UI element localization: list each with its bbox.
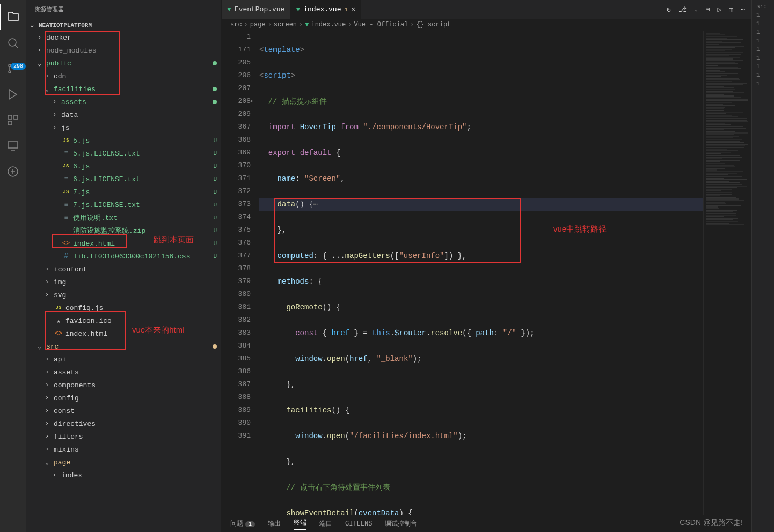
crumb[interactable]: page xyxy=(250,21,266,28)
tree-item[interactable]: ›iconfont xyxy=(26,263,221,276)
database-icon[interactable] xyxy=(0,159,26,184)
tab-bar: ▼ EventPop.vue ▼ index.vue 1 × ↻ ⎇ ↓ ⊟ ▷… xyxy=(222,0,751,19)
tree-item[interactable]: ≡6.js.LICENSE.txtU xyxy=(26,173,221,186)
tree-item[interactable]: ≡使用说明.txtU xyxy=(26,211,221,224)
right-strip-item[interactable]: 1 xyxy=(754,79,772,88)
right-strip-item[interactable]: 1 xyxy=(754,36,772,45)
output-tab[interactable]: 输出 xyxy=(268,519,281,528)
tree-item[interactable]: ›js xyxy=(26,121,221,134)
code-content[interactable]: <<template>template> <script> // 描点提示组件 … xyxy=(259,31,703,515)
gutter: 1171205206207208209›36736836937037137237… xyxy=(222,31,259,515)
problems-tab[interactable]: 问题1 xyxy=(230,519,255,528)
gitlens-tab[interactable]: GITLENS xyxy=(345,520,372,528)
arrow-icon[interactable]: ↓ xyxy=(694,5,698,13)
tree-item[interactable]: ⌄src xyxy=(26,340,221,353)
crumb[interactable]: {} script xyxy=(417,21,451,28)
tree-item[interactable]: JSconfig.js xyxy=(26,301,221,314)
tree-label: api xyxy=(54,356,217,364)
line-number: 384 xyxy=(222,339,251,352)
right-strip-item[interactable]: 1 xyxy=(754,62,772,71)
tree-label: index xyxy=(61,471,217,479)
tree-item[interactable]: ›cdn xyxy=(26,70,221,83)
right-strip-item[interactable]: 1 xyxy=(754,54,772,62)
debug-icon[interactable] xyxy=(0,82,26,107)
tab-index[interactable]: ▼ index.vue 1 × xyxy=(290,0,361,19)
tree-item[interactable]: ›data xyxy=(26,108,221,121)
tree-item[interactable]: ›filters xyxy=(26,430,221,443)
tree-label: filters xyxy=(54,433,217,441)
svg-point-0 xyxy=(9,39,16,46)
chevron-right-icon: › xyxy=(45,368,54,376)
tab-eventpop[interactable]: ▼ EventPop.vue xyxy=(222,0,290,19)
tree-label: 5.js xyxy=(73,137,213,145)
tree-item[interactable]: ⌄public xyxy=(26,57,221,70)
git-status: U xyxy=(213,215,217,221)
git-status-dot xyxy=(213,61,217,65)
tree-item[interactable]: ★favicon.ico xyxy=(26,314,221,327)
right-strip-item[interactable]: src xyxy=(754,2,772,11)
terminal-tab[interactable]: 终端 xyxy=(294,518,306,530)
right-strip-item[interactable]: 1 xyxy=(754,11,772,19)
ports-tab[interactable]: 端口 xyxy=(319,519,332,528)
line-number: 208 xyxy=(222,95,251,108)
tree-item[interactable]: JS5.jsU xyxy=(26,134,221,147)
tree-item[interactable]: <>index.html xyxy=(26,327,221,340)
line-number: 373 xyxy=(222,198,251,211)
tree-item[interactable]: ›const xyxy=(26,404,221,417)
right-strip-item[interactable]: 1 xyxy=(754,45,772,54)
tree-label: const xyxy=(54,407,217,415)
crumb[interactable]: screen xyxy=(274,21,297,28)
tree-item[interactable]: ≡7.js.LICENSE.txtU xyxy=(26,198,221,211)
tree-item[interactable]: ›index xyxy=(26,469,221,482)
right-strip-item[interactable]: 1 xyxy=(754,71,772,79)
tree-item[interactable]: ⌄page xyxy=(26,456,221,469)
explorer-icon[interactable] xyxy=(0,4,26,30)
crumb[interactable]: src xyxy=(230,21,242,28)
line-number: 207 xyxy=(222,82,251,95)
tree-item[interactable]: ›directives xyxy=(26,417,221,430)
tree-item[interactable]: ⌄facilities xyxy=(26,83,221,95)
source-control-icon[interactable]: 298 xyxy=(0,56,26,82)
tree-item[interactable]: ›node_modules xyxy=(26,44,221,57)
project-header[interactable]: ⌄ NEATIOTPLATFORM xyxy=(26,19,221,31)
split-icon[interactable]: ◫ xyxy=(729,5,733,14)
activity-bar: 298 xyxy=(0,0,26,532)
tree-item[interactable]: ›config xyxy=(26,391,221,404)
search-icon[interactable] xyxy=(0,30,26,56)
tree-item[interactable]: ›assets xyxy=(26,95,221,108)
breadcrumb[interactable]: src› page› screen› ▼ index.vue› Vue - Of… xyxy=(222,19,751,31)
tree-label: 7.js.LICENSE.txt xyxy=(73,201,213,209)
tree-item[interactable]: ›assets xyxy=(26,366,221,379)
project-name: NEATIOTPLATFORM xyxy=(39,22,92,28)
chevron-right-icon: › xyxy=(45,420,54,427)
remote-icon[interactable] xyxy=(0,133,26,159)
tree-item[interactable]: ≡5.js.LICENSE.txtU xyxy=(26,147,221,160)
git-icon[interactable]: ⎇ xyxy=(678,5,687,14)
extensions-icon[interactable] xyxy=(0,107,26,133)
run-icon[interactable]: ▷ xyxy=(718,5,722,14)
tree-item[interactable]: ›mixins xyxy=(26,443,221,456)
tree-item[interactable]: ›img xyxy=(26,276,221,289)
tree-item[interactable]: JS6.jsU xyxy=(26,160,221,173)
line-number: 387 xyxy=(222,378,251,391)
chevron-right-icon: › xyxy=(45,407,54,415)
more-icon[interactable]: ⋯ xyxy=(741,5,745,14)
right-strip-item[interactable]: 1 xyxy=(754,28,772,36)
close-icon[interactable]: × xyxy=(351,5,355,14)
tree-item[interactable]: ›docker xyxy=(26,31,221,44)
right-strip-item[interactable]: 1 xyxy=(754,19,772,28)
compare-icon[interactable]: ⊟ xyxy=(706,5,710,14)
minimap[interactable] xyxy=(703,31,751,515)
tree-item[interactable]: ›api xyxy=(26,353,221,366)
crumb[interactable]: Vue - Official xyxy=(354,21,408,28)
scm-badge: 298 xyxy=(11,63,26,70)
line-number: 390 xyxy=(222,417,251,430)
history-icon[interactable]: ↻ xyxy=(667,5,671,14)
tree-item[interactable]: JS7.jsU xyxy=(26,186,221,198)
watermark: CSDN @见路不走! xyxy=(680,518,743,528)
crumb[interactable]: index.vue xyxy=(311,21,346,28)
tree-item[interactable]: ›components xyxy=(26,379,221,391)
tree-item[interactable]: ›svg xyxy=(26,289,221,301)
tree-item[interactable]: #lib.ff031d063300c1021156.cssU xyxy=(26,250,221,263)
debug-tab[interactable]: 调试控制台 xyxy=(385,519,417,528)
